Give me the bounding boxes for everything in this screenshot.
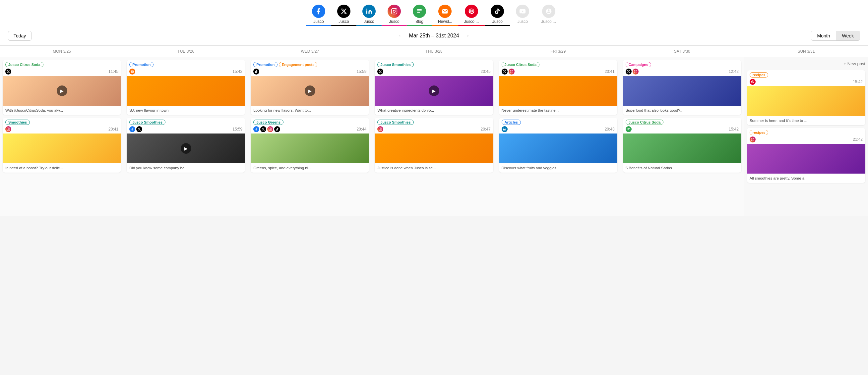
post-image <box>623 76 741 106</box>
social-item-gc[interactable]: Jusco ... <box>535 3 562 26</box>
post-icons <box>253 69 259 74</box>
new-post-button[interactable]: + New post <box>747 60 865 68</box>
post-card[interactable]: Jusco Smoothies 20:47 Justice is done wh… <box>375 117 493 173</box>
day-header-fri: FRI 3/29 <box>496 46 620 57</box>
campaign-tag: Promotion <box>253 62 278 67</box>
nl-icon <box>438 5 452 18</box>
social-bar: JuscoJuscoJuscoJuscoBlogNewsl...Jusco ..… <box>0 0 868 26</box>
post-icons <box>626 69 639 74</box>
date-navigation: ← Mar 25th – 31st 2024 → <box>398 33 469 39</box>
post-meta: 15:59 <box>253 69 366 74</box>
post-icons <box>377 69 383 74</box>
post-card-header: Smoothies 20:41 <box>3 117 121 134</box>
svg-point-20 <box>635 71 636 72</box>
month-view-button[interactable]: Month <box>811 31 836 40</box>
post-text: In need of a boost? Try our delic... <box>3 163 121 173</box>
social-item-tt[interactable]: Jusco <box>485 3 510 26</box>
post-meta: 20:41 <box>5 126 118 132</box>
post-image <box>499 134 617 163</box>
post-card[interactable]: Jusco Smoothies 20:45 ▶ What creative in… <box>375 60 493 115</box>
prev-arrow[interactable]: ← <box>398 33 403 39</box>
post-card[interactable]: Promotion Engagement posts 15:59 ▶ Looki… <box>251 60 369 115</box>
gc-underline <box>535 25 562 26</box>
post-card[interactable]: Jusco Smoothies 15:59 ▶ Did you know som… <box>127 117 245 173</box>
svg-point-7 <box>9 128 9 129</box>
bl-platform-icon <box>626 126 631 132</box>
post-text: Looking for new flavors. Want to... <box>251 106 369 115</box>
view-switcher: Month Week <box>811 31 860 41</box>
svg-point-18 <box>503 128 504 129</box>
svg-point-10 <box>270 129 271 130</box>
social-item-tw[interactable]: Jusco <box>331 3 356 26</box>
post-time: 20:43 <box>605 127 615 132</box>
post-card[interactable]: Jusco Citrus Soda 15:42 5 Benefits of Na… <box>623 117 741 173</box>
post-meta: 11:45 <box>5 69 118 74</box>
blog-underline <box>407 25 432 26</box>
post-card-header: Promotion Engagement posts 15:59 <box>251 60 369 76</box>
post-icons <box>750 79 755 85</box>
post-card[interactable]: recipes 15:42 Summer is here, and it's t… <box>747 70 865 125</box>
social-item-blog[interactable]: Blog <box>407 3 432 26</box>
post-card-header: Campaigns 12:42 <box>623 60 741 76</box>
video-play-overlay: ▶ <box>429 86 439 96</box>
yt-label: Jusco <box>518 19 528 24</box>
post-text: Did you know some company ha... <box>127 163 245 173</box>
pi-underline <box>458 25 485 26</box>
post-card-header: Jusco Citrus Soda 20:41 <box>499 60 617 76</box>
post-card-header: Jusco Smoothies 20:47 <box>375 117 493 134</box>
post-icons <box>626 126 631 132</box>
ig-platform-icon <box>5 126 11 132</box>
post-card[interactable]: Promotion 15:42 SJ: new flavour in town <box>127 60 245 115</box>
post-card[interactable]: Campaigns 12:42 Superfood that also look… <box>623 60 741 115</box>
svg-point-24 <box>753 138 754 139</box>
fb-platform-icon <box>129 126 135 132</box>
svg-point-11 <box>271 128 271 129</box>
post-text: What creative ingredients do yo... <box>375 106 493 115</box>
social-item-fb[interactable]: Jusco <box>306 3 331 26</box>
campaign-tag: Jusco Smoothies <box>377 62 413 67</box>
svg-rect-15 <box>510 70 513 73</box>
tw-platform-icon <box>136 126 142 132</box>
post-card[interactable]: Articles 20:43 Discover what fruits and … <box>499 117 617 173</box>
post-card[interactable]: Jusco Citrus Soda 11:45 ▶ With #JuscoCit… <box>3 60 121 115</box>
tw-platform-icon <box>502 69 507 74</box>
social-item-nl[interactable]: Newsl... <box>432 3 458 26</box>
fb-label: Jusco <box>313 19 323 24</box>
post-icons <box>5 69 11 74</box>
post-icons <box>502 69 515 74</box>
svg-rect-5 <box>7 128 10 131</box>
gc-label: Jusco ... <box>541 19 556 24</box>
post-icons <box>5 126 11 132</box>
post-text: Summer is here, and it's time to ... <box>747 116 865 125</box>
svg-point-16 <box>511 71 512 72</box>
post-time: 15:42 <box>729 127 739 132</box>
post-time: 20:41 <box>108 127 118 132</box>
campaign-tag: Jusco Citrus Soda <box>5 62 43 67</box>
svg-rect-1 <box>392 9 397 14</box>
next-arrow[interactable]: → <box>465 33 470 39</box>
day-thursday: Jusco Smoothies 20:45 ▶ What creative in… <box>372 57 496 216</box>
li-label: Jusco <box>364 19 374 24</box>
svg-point-0 <box>366 9 367 10</box>
social-item-li[interactable]: Jusco <box>356 3 382 26</box>
date-range: Mar 25th – 31st 2024 <box>409 33 459 39</box>
post-card[interactable]: Smoothies 20:41 In need of a boost? Try … <box>3 117 121 173</box>
li-underline <box>356 25 382 26</box>
tw-underline <box>331 25 356 26</box>
post-card[interactable]: Jusco Citrus Soda 20:41 Never underestim… <box>499 60 617 115</box>
svg-rect-22 <box>751 138 754 141</box>
post-time: 15:42 <box>853 79 863 84</box>
social-item-pi[interactable]: Jusco ... <box>458 3 485 26</box>
post-card[interactable]: Jusco Greens 20:44 Greens, spice, and ev… <box>251 117 369 173</box>
social-item-ig[interactable]: Jusco <box>382 3 407 26</box>
campaign-tag: Promotion <box>129 62 154 67</box>
blog-icon <box>413 5 426 18</box>
social-item-yt[interactable]: Jusco <box>510 3 535 26</box>
svg-rect-9 <box>269 128 272 131</box>
week-view-button[interactable]: Week <box>836 31 860 40</box>
tw-platform-icon <box>260 126 266 132</box>
post-card[interactable]: recipes 21:42 All smoothies are pretty. … <box>747 128 865 183</box>
post-time: 20:45 <box>481 69 491 74</box>
yt-underline <box>510 25 535 26</box>
today-button[interactable]: Today <box>8 31 31 41</box>
